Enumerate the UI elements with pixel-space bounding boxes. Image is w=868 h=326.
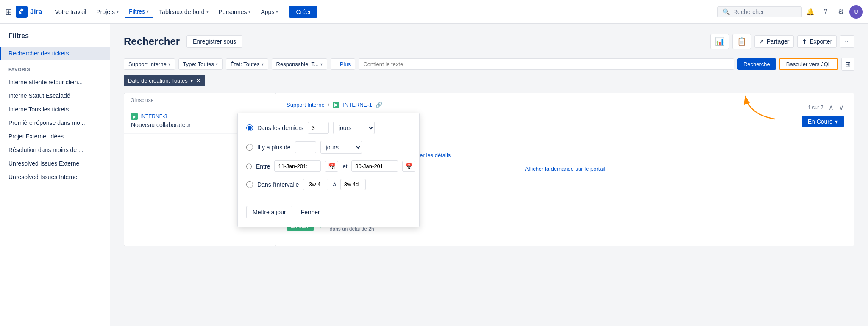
radio-plusde-label: Il y a plus de bbox=[257, 144, 291, 151]
entre-to-calendar-button[interactable]: 📅 bbox=[402, 161, 415, 172]
page-title: Rechercher bbox=[124, 36, 180, 47]
filter-tags: Date de création: Toutes ▾ ✕ bbox=[124, 75, 854, 86]
plusde-unit-select[interactable]: jours semaines mois bbox=[320, 141, 362, 154]
filtres-chevron-icon: ▾ bbox=[147, 9, 149, 14]
nav-filtres[interactable]: Filtres ▾ bbox=[125, 6, 153, 18]
sidebar-item-fav-1[interactable]: Interne attente retour clien... bbox=[0, 75, 110, 89]
settings-button[interactable]: ⚙ bbox=[834, 5, 848, 19]
detail-nav-prev[interactable]: ∧ bbox=[829, 103, 834, 111]
text-search-input[interactable] bbox=[359, 58, 734, 70]
etat-chevron: ▾ bbox=[262, 62, 264, 66]
radio-intervalle[interactable] bbox=[246, 181, 253, 188]
header-actions: 📊 📋 ↗ Partager ⬆ Exporter ··· bbox=[710, 34, 854, 49]
date-tag-chevron: ▾ bbox=[190, 77, 193, 84]
export-button[interactable]: ⬆ Exporter bbox=[797, 35, 837, 48]
breadcrumb-separator: / bbox=[328, 102, 330, 108]
notifications-button[interactable]: 🔔 bbox=[804, 5, 817, 19]
radio-row-intervalle: Dans l'intervalle à bbox=[246, 179, 411, 190]
search-placeholder: Rechercher bbox=[733, 8, 764, 15]
apps-chevron-icon: ▾ bbox=[276, 9, 278, 14]
issue-type-story-icon: ▶ bbox=[131, 113, 138, 120]
jira-logo-icon bbox=[16, 6, 28, 18]
intervalle-from-input[interactable] bbox=[303, 179, 328, 190]
filter-plus-button[interactable]: + Plus bbox=[331, 58, 356, 70]
date-creation-tag[interactable]: Date de création: Toutes ▾ ✕ bbox=[124, 75, 205, 86]
nav-personnes[interactable]: Personnes ▾ bbox=[214, 6, 255, 18]
breadcrumb-issue-key[interactable]: INTERNE-1 bbox=[343, 102, 372, 108]
main-content: Rechercher Enregistrer sous 📊 📋 ↗ Partag… bbox=[110, 24, 868, 326]
sidebar-item-rechercher-tickets[interactable]: Rechercher des tickets bbox=[0, 47, 110, 60]
excel-icon: 📊 bbox=[715, 37, 724, 46]
support-interne-chevron: ▾ bbox=[168, 62, 170, 66]
derniers-unit-select[interactable]: jours semaines mois bbox=[333, 122, 375, 134]
filter-etat[interactable]: État: Toutes ▾ bbox=[226, 58, 268, 70]
radio-derniers-label: Dans les derniers bbox=[257, 124, 303, 131]
date-options-group: Dans les derniers jours semaines mois Il… bbox=[246, 122, 411, 190]
sidebar-item-fav-3[interactable]: Interne Tous les tickets bbox=[0, 102, 110, 116]
detail-nav-next[interactable]: ∨ bbox=[839, 103, 844, 111]
page-header: Rechercher Enregistrer sous 📊 📋 ↗ Partag… bbox=[124, 34, 854, 49]
save-as-button[interactable]: Enregistrer sous bbox=[186, 35, 242, 48]
close-dropdown-button[interactable]: Fermer bbox=[298, 206, 323, 218]
detail-breadcrumb: Support Interne / ▶ INTERNE-1 🔗 bbox=[287, 102, 382, 108]
sheets-icon: 📋 bbox=[737, 37, 746, 46]
global-search[interactable]: 🔍 Rechercher bbox=[717, 6, 802, 17]
tableaux-chevron-icon: ▾ bbox=[206, 9, 209, 14]
user-avatar[interactable]: U bbox=[849, 5, 863, 19]
help-button[interactable]: ? bbox=[819, 5, 832, 19]
entre-et-label: et bbox=[342, 163, 347, 169]
view-toggle-button[interactable]: ⊞ bbox=[841, 58, 854, 71]
sidebar-item-fav-4[interactable]: Première réponse dans mo... bbox=[0, 116, 110, 130]
sheets-export-button[interactable]: 📋 bbox=[732, 34, 751, 49]
entre-from-calendar-button[interactable]: 📅 bbox=[325, 161, 338, 172]
intervalle-a-label: à bbox=[333, 181, 336, 188]
status-button[interactable]: En Cours ▾ bbox=[802, 116, 844, 127]
filter-responsable[interactable]: Responsable: T... ▾ bbox=[272, 58, 327, 70]
sidebar-title: Filtres bbox=[0, 32, 110, 47]
jira-logo[interactable]: Jira bbox=[16, 6, 42, 18]
filter-type[interactable]: Type: Toutes ▾ bbox=[178, 58, 223, 70]
search-icon: 🔍 bbox=[723, 8, 730, 15]
intervalle-to-input[interactable] bbox=[340, 179, 366, 190]
nav-tableaux-de-bord[interactable]: Tableaux de bord ▾ bbox=[155, 6, 212, 18]
filter-support-interne[interactable]: Support Interne ▾ bbox=[124, 58, 175, 70]
plusde-value-input[interactable] bbox=[295, 141, 316, 153]
entre-from-input[interactable] bbox=[274, 160, 321, 172]
share-icon: ↗ bbox=[759, 38, 764, 45]
personnes-chevron-icon: ▾ bbox=[248, 9, 250, 14]
derniers-value-input[interactable] bbox=[308, 122, 329, 134]
responsable-chevron: ▾ bbox=[320, 62, 323, 66]
radio-entre[interactable] bbox=[246, 163, 252, 170]
sidebar-item-fav-5[interactable]: Projet Externe, idées bbox=[0, 130, 110, 143]
date-tag-close[interactable]: ✕ bbox=[196, 77, 201, 84]
sidebar-section-favoris: FAVORIS bbox=[0, 60, 110, 75]
more-options-button[interactable]: ··· bbox=[840, 35, 854, 48]
radio-plusde[interactable] bbox=[246, 144, 253, 151]
export-icon: ⬆ bbox=[802, 38, 807, 45]
update-button[interactable]: Mettre à jour bbox=[246, 206, 292, 218]
nav-votre-travail[interactable]: Votre travail bbox=[50, 6, 90, 18]
search-button[interactable]: Recherche bbox=[737, 58, 776, 70]
afficher-portail-link[interactable]: Afficher la demande sur le portail bbox=[525, 166, 606, 172]
sidebar-item-fav-6[interactable]: Résolution dans moins de ... bbox=[0, 143, 110, 157]
projets-chevron-icon: ▾ bbox=[117, 9, 119, 14]
type-chevron: ▾ bbox=[216, 62, 218, 66]
issue-type-breadcrumb-icon: ▶ bbox=[333, 102, 339, 108]
grid-icon[interactable]: ⊞ bbox=[5, 7, 12, 17]
link-icon: 🔗 bbox=[376, 102, 382, 108]
nav-apps[interactable]: Apps ▾ bbox=[256, 6, 282, 18]
sidebar-item-fav-2[interactable]: Interne Statut Escaladé bbox=[0, 89, 110, 102]
entre-to-input[interactable] bbox=[351, 160, 398, 172]
breadcrumb-support[interactable]: Support Interne bbox=[287, 102, 325, 108]
share-button[interactable]: ↗ Partager bbox=[754, 35, 794, 48]
nav-projets[interactable]: Projets ▾ bbox=[92, 6, 123, 18]
create-button[interactable]: Créer bbox=[289, 6, 317, 18]
jql-arrow-annotation bbox=[741, 89, 783, 124]
radio-derniers[interactable] bbox=[246, 124, 253, 131]
radio-row-entre: Entre 📅 et 📅 bbox=[246, 160, 411, 172]
sidebar-item-fav-7[interactable]: Unresolved Issues Externe bbox=[0, 157, 110, 170]
date-dropdown-panel: Dans les derniers jours semaines mois Il… bbox=[237, 113, 420, 227]
sidebar-item-fav-8[interactable]: Unresolved Issues Interne bbox=[0, 170, 110, 184]
basculer-jql-button[interactable]: Basculer vers JQL bbox=[779, 58, 838, 70]
excel-export-button[interactable]: 📊 bbox=[710, 34, 729, 49]
